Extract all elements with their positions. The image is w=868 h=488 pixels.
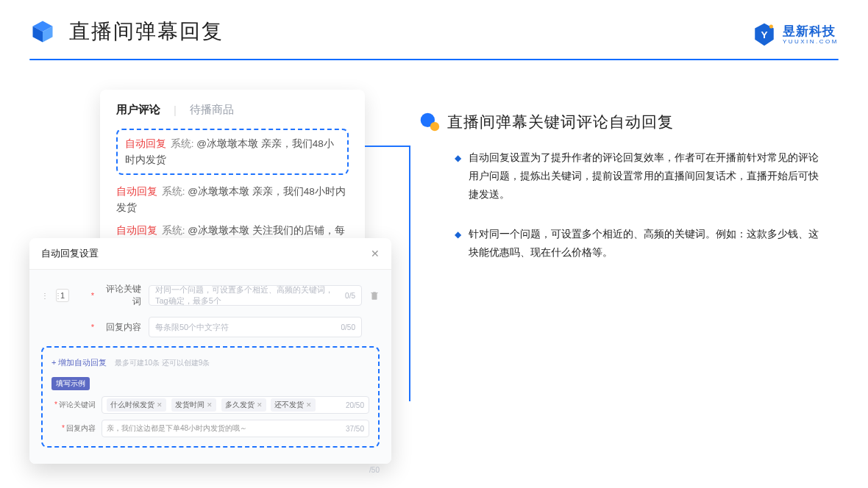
required-mark: * [91,323,94,331]
right-column: 直播间弹幕关键词评论自动回复 ◆ 自动回复设置为了提升作者的评论回复效率，作者可… [419,90,839,282]
keyword-label: 评论关键词 [99,283,141,308]
right-title: 直播间弹幕关键词评论自动回复 [447,112,674,132]
delete-icon[interactable] [369,290,380,301]
example-keyword-count: 20/50 [346,401,364,409]
keyword-tag[interactable]: 发货时间✕ [171,398,216,412]
tab-pending-goods[interactable]: 待播商品 [190,103,234,117]
add-auto-reply-link[interactable]: 增加自动回复 [51,357,107,368]
content-row: * 回复内容 每条限50个中文字符 0/50 [41,317,380,337]
svg-point-6 [430,122,439,131]
example-content-input[interactable]: 亲，我们这边都是下单48小时内发货的哦～ 37/50 [102,420,369,437]
example-content-count: 37/50 [346,425,364,433]
chat-bubble-icon [419,112,440,132]
footer-count: /50 [369,466,380,474]
example-tags: 什么时候发货✕ 发货时间✕ 多久发货✕ 还不发货✕ [107,398,319,412]
add-hint: 最多可建10条 还可以创建9条 [115,359,210,367]
bullet-point: ◆ 针对同一个问题，可设置多个相近的、高频的关键词。例如：这款多少钱、这块能优惠… [419,225,824,262]
system-label: 系统: [162,225,185,236]
diamond-bullet-icon: ◆ [455,151,461,204]
keyword-tag[interactable]: 什么时候发货✕ [107,398,166,412]
example-content-label: *回复内容 [51,423,96,434]
settings-body: ⋮⋮ 1 * 评论关键词 对同一个问题，可设置多个相近、高频的关键词，Tag确定… [29,270,391,464]
page-header: 直播间弹幕回复 Y 昱新科技 YUUXIN.COM [0,0,868,59]
auto-reply-tag: 自动回复 [116,225,157,236]
close-icon[interactable]: ✕ [371,248,380,259]
system-label: 系统: [171,138,194,149]
content-count: 0/50 [341,323,355,331]
keyword-row: ⋮⋮ 1 * 评论关键词 对同一个问题，可设置多个相近、高频的关键词，Tag确定… [41,283,380,308]
settings-header: 自动回复设置 ✕ [29,238,391,270]
brand-logo-icon: Y [752,22,777,47]
keyword-input[interactable]: 对同一个问题，可设置多个相近、高频的关键词，Tag确定，最多5个 0/5 [149,285,362,306]
keyword-tag[interactable]: 多久发货✕ [221,398,266,412]
drag-handle-icon[interactable]: ⋮⋮ [38,295,51,297]
example-keyword-label: *评论关键词 [51,400,96,410]
content-label: 回复内容 [99,321,141,334]
tab-user-comments[interactable]: 用户评论 [116,103,160,117]
settings-card: 自动回复设置 ✕ ⋮⋮ 1 * 评论关键词 对同一个问题，可设置多个相近、高频的… [29,238,391,464]
keyword-count: 0/5 [345,292,355,300]
comment-row: 自动回复 系统: @冰墩墩本墩 亲亲，我们48小时内发货 [125,136,340,168]
right-heading: 直播间弹幕关键词评论自动回复 [419,112,824,132]
example-badge: 填写示例 [51,377,90,390]
content-input[interactable]: 每条限50个中文字符 0/50 [149,317,362,337]
left-column: 用户评论 | 待播商品 自动回复 系统: @冰墩墩本墩 亲亲，我们48小时内发货… [29,90,397,282]
settings-title: 自动回复设置 [41,247,99,260]
auto-reply-tag: 自动回复 [125,138,166,149]
keyword-placeholder: 对同一个问题，可设置多个相近、高频的关键词，Tag确定，最多5个 [155,284,345,306]
connector-line-h [365,146,410,147]
brand-name-cn: 昱新科技 [783,25,839,37]
auto-reply-tag: 自动回复 [116,186,157,197]
example-keyword-input[interactable]: 什么时候发货✕ 发货时间✕ 多久发货✕ 还不发货✕ 20/50 [102,396,369,414]
svg-point-4 [769,24,773,28]
example-content-value: 亲，我们这边都是下单48小时内发货的哦～ [107,423,247,434]
header-cube-icon [29,18,56,45]
system-label: 系统: [162,186,185,197]
brand-name-en: YUUXIN.COM [783,39,839,45]
tab-separator: | [174,104,177,116]
bullet-text: 针对同一个问题，可设置多个相近的、高频的关键词。例如：这款多少钱、这块能优惠吗、… [469,225,824,262]
keyword-tag[interactable]: 还不发货✕ [271,398,316,412]
content-placeholder: 每条限50个中文字符 [155,322,229,333]
highlighted-comment: 自动回复 系统: @冰墩墩本墩 亲亲，我们48小时内发货 [116,129,349,175]
required-mark: * [91,291,94,300]
example-section: 增加自动回复 最多可建10条 还可以创建9条 填写示例 *评论关键词 什么时候发… [41,346,380,448]
brand-logo: Y 昱新科技 YUUXIN.COM [752,22,839,47]
example-content-row: *回复内容 亲，我们这边都是下单48小时内发货的哦～ 37/50 [51,420,369,437]
example-keyword-row: *评论关键词 什么时候发货✕ 发货时间✕ 多久发货✕ 还不发货✕ 20/50 [51,396,369,414]
bullet-text: 自动回复设置为了提升作者的评论回复效率，作者可在开播前针对常见的评论用户问题，提… [469,148,824,204]
bullet-point: ◆ 自动回复设置为了提升作者的评论回复效率，作者可在开播前针对常见的评论用户问题… [419,148,824,204]
comment-row: 自动回复 系统: @冰墩墩本墩 亲亲，我们48小时内发货 [116,184,349,215]
comments-tabs: 用户评论 | 待播商品 [116,103,349,117]
svg-text:Y: Y [761,29,767,40]
page-title: 直播间弹幕回复 [69,18,224,46]
connector-line-v [409,146,410,401]
diamond-bullet-icon: ◆ [455,227,461,262]
content-area: 用户评论 | 待播商品 自动回复 系统: @冰墩墩本墩 亲亲，我们48小时内发货… [0,60,868,282]
